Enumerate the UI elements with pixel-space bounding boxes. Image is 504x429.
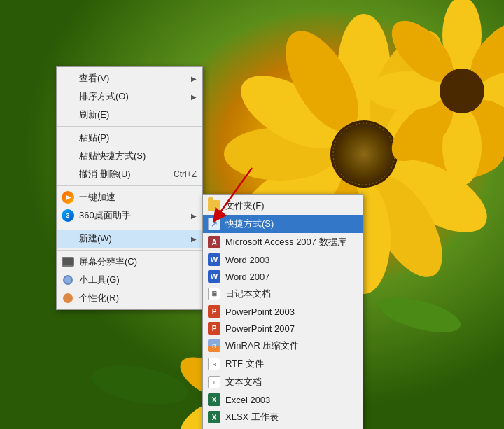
menu-item-view[interactable]: 查看(V) ▶ bbox=[57, 69, 202, 87]
menu-item-refresh-label: 刷新(E) bbox=[79, 108, 109, 121]
menu-item-personalize[interactable]: 个性化(R) bbox=[57, 289, 202, 307]
submenu-arrow: ▶ bbox=[191, 93, 197, 101]
submenu-item-notepad[interactable]: 📓 日记本文档 bbox=[203, 285, 363, 303]
submenu-arrow: ▶ bbox=[191, 75, 197, 83]
menu-item-refresh[interactable]: 刷新(E) bbox=[57, 106, 202, 124]
new-submenu: 文件夹(F) ↗ 快捷方式(S) A Microsoft Access 2007… bbox=[202, 194, 363, 429]
separator-1 bbox=[57, 126, 202, 127]
winrar-icon: R bbox=[207, 339, 221, 353]
svg-point-15 bbox=[442, 0, 482, 73]
svg-point-3 bbox=[375, 61, 499, 163]
menu-item-gadget[interactable]: 小工具(G) bbox=[57, 271, 202, 289]
svg-point-10 bbox=[224, 127, 336, 181]
txt-icon: T bbox=[207, 375, 221, 389]
submenu-rtf-label: RTF 文件 bbox=[225, 358, 264, 370]
submenu-arrow: ▶ bbox=[191, 235, 197, 243]
svg-point-6 bbox=[355, 165, 457, 289]
menu-item-view-label: 查看(V) bbox=[79, 72, 109, 85]
svg-point-13 bbox=[330, 120, 398, 188]
menu-item-display-label: 屏幕分辨率(C) bbox=[79, 255, 137, 268]
svg-point-22 bbox=[382, 10, 463, 92]
xlsx-icon: X bbox=[207, 410, 221, 424]
menu-item-personalize-label: 个性化(R) bbox=[79, 292, 119, 304]
separator-2 bbox=[57, 185, 202, 186]
submenu-ppt2007-label: PowerPoint 2007 bbox=[225, 323, 295, 334]
submenu-item-folder[interactable]: 文件夹(F) bbox=[203, 197, 363, 215]
menu-item-undo-label: 撤消 删除(U) bbox=[79, 168, 131, 181]
submenu-txt-label: 文本文档 bbox=[225, 376, 262, 388]
folder-icon bbox=[207, 199, 221, 213]
svg-point-12 bbox=[271, 20, 373, 143]
svg-point-1 bbox=[337, 14, 391, 126]
submenu-shortcut-label: 快捷方式(S) bbox=[225, 218, 274, 230]
ppt2003-icon: P bbox=[207, 304, 221, 318]
menu-item-display[interactable]: 屏幕分辨率(C) bbox=[57, 253, 202, 271]
submenu-item-ppt2003[interactable]: P PowerPoint 2003 bbox=[203, 303, 363, 320]
submenu-item-winrarzip[interactable]: Z WinRAR ZIP 压缩文件 bbox=[203, 426, 363, 429]
menu-item-speedup-label: 一键加速 bbox=[79, 191, 115, 204]
menu-item-paste-shortcut-label: 粘贴快捷方式(S) bbox=[79, 150, 146, 162]
submenu-notepad-label: 日记本文档 bbox=[225, 288, 271, 300]
submenu-ppt2003-label: PowerPoint 2003 bbox=[225, 307, 295, 317]
submenu-item-rtf[interactable]: R RTF 文件 bbox=[203, 355, 363, 373]
svg-point-19 bbox=[442, 108, 482, 185]
menu-item-paste[interactable]: 粘贴(P) bbox=[57, 129, 202, 147]
rtf-icon: R bbox=[207, 357, 221, 371]
submenu-item-word2003[interactable]: W Word 2003 bbox=[203, 251, 363, 268]
submenu-item-excel2003[interactable]: X Excel 2003 bbox=[203, 391, 363, 408]
svg-point-26 bbox=[89, 359, 192, 411]
submenu-item-access2007[interactable]: A Microsoft Access 2007 数据库 bbox=[203, 233, 363, 251]
submenu-winrar-label: WinRAR 压缩文件 bbox=[225, 339, 299, 352]
menu-item-new-label: 新建(W) bbox=[79, 232, 112, 245]
excel2003-icon: X bbox=[207, 393, 221, 407]
display-icon bbox=[61, 255, 75, 269]
submenu-word2003-label: Word 2003 bbox=[225, 255, 270, 265]
separator-4 bbox=[57, 250, 202, 251]
svg-point-5 bbox=[375, 145, 499, 247]
separator-3 bbox=[57, 227, 202, 227]
menu-item-paste-shortcut[interactable]: 粘贴快捷方式(S) bbox=[57, 147, 202, 165]
submenu-folder-label: 文件夹(F) bbox=[225, 199, 265, 212]
submenu-item-shortcut[interactable]: ↗ 快捷方式(S) bbox=[203, 215, 363, 233]
access-icon: A bbox=[207, 235, 221, 249]
svg-point-16 bbox=[461, 10, 504, 92]
submenu-excel2003-label: Excel 2003 bbox=[225, 395, 270, 405]
menu-item-sort[interactable]: 排序方式(O) ▶ bbox=[57, 87, 202, 106]
submenu-item-txt[interactable]: T 文本文档 bbox=[203, 373, 363, 391]
main-context-menu: 查看(V) ▶ 排序方式(O) ▶ 刷新(E) 粘贴(P) 粘贴快捷方式(S) … bbox=[56, 66, 203, 310]
svg-point-23 bbox=[440, 69, 484, 113]
menu-item-gadget-label: 小工具(G) bbox=[79, 274, 120, 286]
svg-point-17 bbox=[479, 71, 504, 111]
menu-item-new[interactable]: 新建(W) ▶ bbox=[57, 230, 202, 248]
svg-point-25 bbox=[376, 290, 464, 339]
word2003-icon: W bbox=[207, 253, 221, 267]
svg-point-21 bbox=[368, 71, 444, 111]
submenu-access-label: Microsoft Access 2007 数据库 bbox=[225, 236, 346, 248]
menu-item-sort-label: 排序方式(O) bbox=[79, 90, 129, 103]
svg-point-2 bbox=[355, 20, 457, 143]
shortcut-icon: ↗ bbox=[207, 217, 221, 231]
undo-shortcut: Ctrl+Z bbox=[174, 169, 197, 179]
speedup-icon: ▶ bbox=[61, 190, 75, 204]
submenu-item-word2007[interactable]: W Word 2007 bbox=[203, 268, 363, 285]
persona-icon bbox=[61, 291, 75, 305]
menu-item-360[interactable]: 3 360桌面助手 ▶ bbox=[57, 206, 202, 225]
svg-point-4 bbox=[392, 127, 504, 181]
gadget-icon bbox=[61, 273, 75, 287]
ppt2007-icon: P bbox=[207, 321, 221, 335]
submenu-item-winrar[interactable]: R WinRAR 压缩文件 bbox=[203, 337, 363, 355]
svg-point-20 bbox=[382, 90, 463, 171]
menu-item-paste-label: 粘贴(P) bbox=[79, 132, 109, 144]
svg-point-18 bbox=[461, 90, 504, 171]
menu-item-speedup[interactable]: ▶ 一键加速 bbox=[57, 188, 202, 206]
svg-point-11 bbox=[230, 61, 354, 163]
notepad-icon: 📓 bbox=[207, 287, 221, 301]
word2007-icon: W bbox=[207, 269, 221, 283]
submenu-word2007-label: Word 2007 bbox=[225, 272, 270, 282]
menu-item-360-label: 360桌面助手 bbox=[79, 209, 131, 222]
submenu-arrow: ▶ bbox=[191, 212, 197, 220]
submenu-item-ppt2007[interactable]: P PowerPoint 2007 bbox=[203, 320, 363, 337]
menu-item-undo[interactable]: 撤消 删除(U) Ctrl+Z bbox=[57, 165, 202, 183]
submenu-item-xlsx[interactable]: X XLSX 工作表 bbox=[203, 408, 363, 426]
360-icon: 3 bbox=[61, 209, 75, 223]
